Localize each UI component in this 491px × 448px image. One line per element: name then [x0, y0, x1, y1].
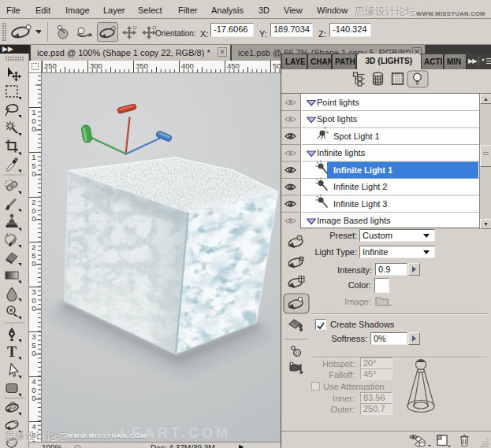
- svg-text:T: T: [7, 344, 17, 360]
